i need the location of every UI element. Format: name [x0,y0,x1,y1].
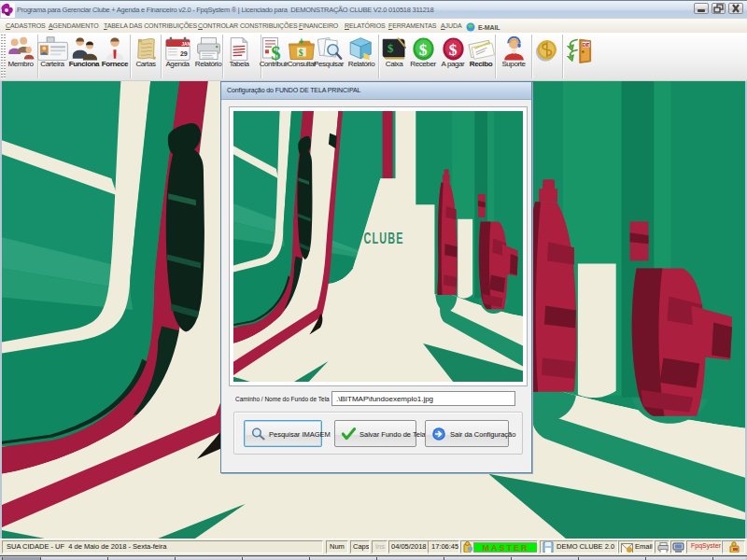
svg-text:EXIT: EXIT [583,43,590,48]
svg-text:29: 29 [179,50,187,58]
svg-text:$: $ [448,40,457,59]
svg-text:$: $ [271,43,280,62]
svg-text:$: $ [299,49,303,58]
svg-text:$: $ [388,42,393,55]
svg-text:$: $ [418,40,427,59]
